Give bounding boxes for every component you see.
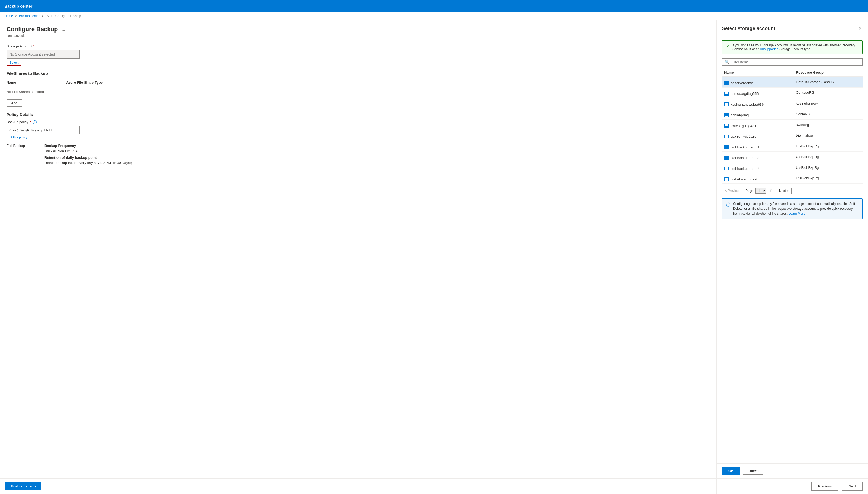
storage-icon-cell: qa73omwib2a3e	[724, 134, 756, 138]
enable-backup-button[interactable]: Enable backup	[5, 482, 41, 491]
table-row[interactable]: contosorgdiag556 ContosoRG	[722, 87, 863, 98]
table-row[interactable]: swtestrgdiag481 swtestrg	[722, 119, 863, 130]
bottom-bar: Enable backup	[0, 478, 716, 494]
pagination-next[interactable]: Next >	[776, 188, 792, 194]
drawer-footer: OK Cancel	[716, 463, 868, 478]
storage-icon-cell: abserverdemo	[724, 81, 753, 85]
pagination: < Previous Page 1 of 1 Next >	[722, 188, 863, 194]
info-icon-soft: ⓘ	[726, 202, 730, 208]
account-name: qa73omwib2a3e	[731, 134, 756, 138]
account-name: kosinghanewdiag636	[731, 102, 764, 107]
table-row[interactable]: soniargdiag SoniaRG	[722, 109, 863, 119]
db-icon	[724, 81, 729, 85]
account-name: blobbackupdemo3	[731, 156, 759, 160]
policy-info-icon[interactable]: i	[33, 120, 37, 124]
storage-account-table: Name Resource Group abserverdem	[722, 69, 863, 184]
db-icon	[724, 145, 729, 149]
account-name: blobbackupdemo1	[731, 145, 759, 149]
db-icon	[724, 113, 729, 117]
resource-group: kosingha-new	[794, 98, 863, 109]
backup-freq-title: Backup Frequency	[44, 144, 710, 148]
learn-more-link[interactable]: Learn More	[789, 212, 805, 215]
edit-policy-link[interactable]: Edit this policy	[6, 135, 27, 139]
account-name: swtestrgdiag481	[731, 124, 756, 128]
account-name: soniargdiag	[731, 113, 749, 117]
db-icon	[724, 156, 729, 160]
backup-detail-section: Full Backup Backup Frequency Daily at 7:…	[6, 144, 710, 165]
select-storage-button[interactable]: Select	[6, 60, 21, 65]
add-fileshare-button[interactable]: Add	[6, 99, 22, 107]
pagination-previous[interactable]: < Previous	[722, 188, 743, 194]
table-row[interactable]: blobbackupdemo1 UtsBlobBkpRg	[722, 141, 863, 152]
storage-icon-cell: soniargdiag	[724, 113, 749, 117]
breadcrumb: Home > Backup center > Start: Configure …	[0, 12, 868, 20]
table-row[interactable]: abserverdemo Default-Storage-EastUS	[722, 76, 863, 87]
nav-title: Backup center	[4, 4, 32, 8]
next-button[interactable]: Next	[842, 482, 863, 491]
db-icon	[724, 167, 729, 170]
resource-group: UtsBlobBkpRg	[794, 141, 863, 152]
resource-group: ContosoRG	[794, 87, 863, 98]
storage-icon-cell: blobbackupdemo4	[724, 167, 759, 171]
resource-group: UtsBlobBkpRg	[794, 173, 863, 184]
info-banner: ✓ If you don't see your Storage Accounts…	[722, 40, 863, 54]
filter-box: 🔍	[722, 58, 863, 65]
table-col-name: Name	[722, 69, 794, 76]
fileshares-table-header: Name Azure File Share Type	[6, 79, 710, 87]
ok-button[interactable]: OK	[722, 467, 740, 475]
storage-icon-cell: contosorgdiag556	[724, 92, 758, 96]
db-icon	[724, 177, 729, 181]
account-name: contosorgdiag556	[731, 92, 758, 96]
account-name: utsfailoverpitrtest	[731, 177, 757, 181]
retention-value: Retain backup taken every day at 7:30 PM…	[44, 161, 710, 165]
resource-group: SoniaRG	[794, 109, 863, 119]
breadcrumb-home[interactable]: Home	[4, 14, 13, 18]
breadcrumb-backup-center[interactable]: Backup center	[19, 14, 40, 18]
col-type-header: Azure File Share Type	[66, 80, 710, 84]
retention-title: Retention of daily backup point	[44, 155, 710, 159]
unsupported-link[interactable]: unsupported	[760, 47, 778, 51]
col-name-header: Name	[6, 80, 66, 84]
drawer-body: ✓ If you don't see your Storage Accounts…	[716, 36, 868, 463]
top-nav: Backup center	[0, 0, 868, 12]
account-name: blobbackupdemo4	[731, 167, 759, 171]
soft-delete-banner: ⓘ Configuring backup for any file share …	[722, 198, 863, 219]
page-select[interactable]: 1	[755, 188, 766, 194]
db-icon	[724, 124, 729, 128]
page-title: Configure Backup	[6, 26, 58, 33]
left-panel: Configure Backup ... contosovault Storag…	[0, 20, 716, 478]
table-row[interactable]: qa73omwib2a3e t-iwrinshow	[722, 130, 863, 141]
backup-policy-label: Backup policy* i	[6, 120, 710, 124]
backup-policy-dropdown[interactable]: (new) DailyPolicy-kup11qkl ⌄	[6, 126, 80, 134]
filter-input[interactable]	[731, 60, 860, 64]
ellipsis-button[interactable]: ...	[60, 27, 66, 32]
db-icon	[724, 92, 729, 96]
db-icon	[724, 102, 729, 106]
vault-name: contosovault	[6, 34, 710, 38]
db-icon	[724, 135, 729, 138]
account-name: abserverdemo	[731, 81, 753, 85]
close-button[interactable]: ×	[857, 25, 863, 33]
prev-next-bar: Previous Next	[716, 478, 868, 494]
table-row[interactable]: utsfailoverpitrtest UtsBlobBkpRg	[722, 173, 863, 184]
storage-account-input[interactable]	[6, 50, 80, 59]
table-row[interactable]: blobbackupdemo3 UtsBlobBkpRg	[722, 151, 863, 162]
storage-icon-cell: swtestrgdiag481	[724, 124, 756, 128]
previous-button[interactable]: Previous	[811, 482, 839, 491]
table-row[interactable]: blobbackupdemo4 UtsBlobBkpRg	[722, 162, 863, 173]
no-files-message: No File Shares selected	[6, 88, 710, 96]
resource-group: t-iwrinshow	[794, 130, 863, 141]
resource-group: Default-Storage-EastUS	[794, 76, 863, 87]
drawer-header: Select storage account ×	[716, 20, 868, 36]
table-row[interactable]: kosinghanewdiag636 kosingha-new	[722, 98, 863, 109]
cancel-button[interactable]: Cancel	[743, 467, 763, 475]
page-label: Page	[746, 189, 753, 193]
dropdown-arrow: ⌄	[75, 129, 77, 132]
resource-group: swtestrg	[794, 119, 863, 130]
drawer-title: Select storage account	[722, 26, 775, 32]
storage-icon-cell: utsfailoverpitrtest	[724, 177, 757, 181]
search-icon: 🔍	[725, 60, 729, 64]
resource-group: UtsBlobBkpRg	[794, 151, 863, 162]
full-backup-label: Full Backup	[6, 144, 39, 165]
storage-account-label: Storage Account*	[6, 44, 710, 48]
